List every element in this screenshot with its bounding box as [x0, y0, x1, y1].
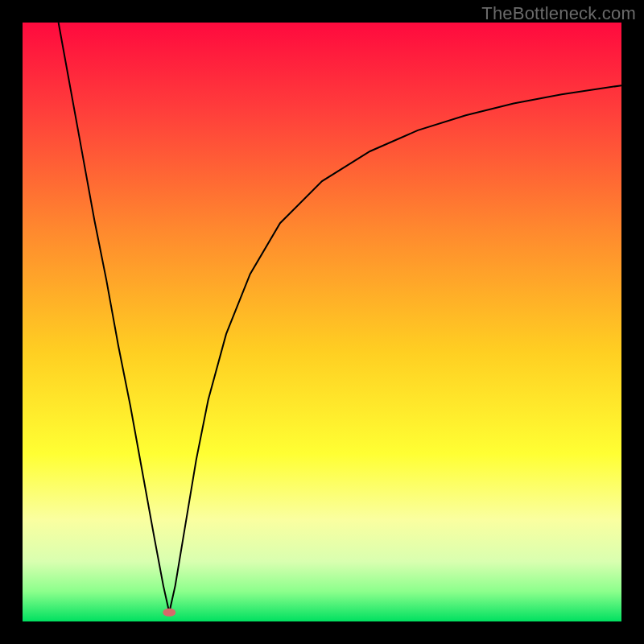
chart-background	[23, 23, 621, 621]
chart-frame	[23, 23, 621, 621]
chart-svg	[23, 23, 621, 621]
chart-marker	[163, 609, 175, 617]
watermark-label: TheBottleneck.com	[481, 3, 636, 24]
